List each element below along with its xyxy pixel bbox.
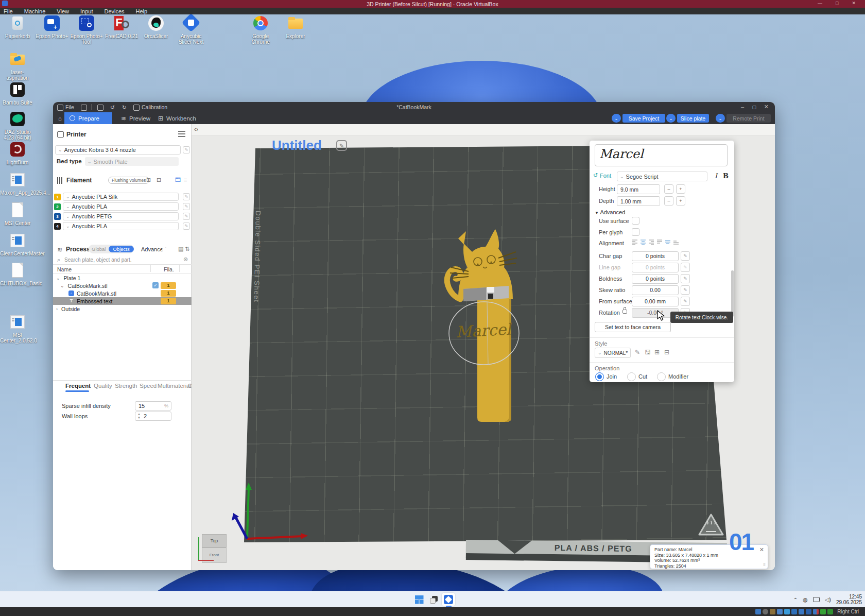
vbox-maximize-button[interactable]: □ (836, 1, 838, 6)
filament-row-4[interactable]: 4 ⌄Anycubic PLA ✎ (53, 222, 192, 230)
height-minus-button[interactable]: – (664, 184, 673, 194)
save-project-button[interactable]: Save Project (622, 114, 665, 123)
depth-minus-button[interactable]: – (664, 196, 673, 206)
remote-print-button[interactable]: Remote Print (726, 114, 771, 123)
from-surface-input[interactable]: 0.00 mm (632, 297, 679, 306)
style-edit-icon[interactable]: ✎ (635, 349, 640, 356)
printer-edit-icon[interactable]: ✎ (183, 146, 190, 153)
advanced-section-toggle[interactable]: ▼ Advanced (595, 209, 625, 215)
desktop-icon-freecad[interactable]: F FreeCAD 0.21 (104, 14, 139, 39)
filament-sync-icon[interactable]: 🗔 (175, 177, 181, 183)
tab-workbench[interactable]: ⊞Workbench (153, 112, 201, 124)
font-reset-icon[interactable]: ↺ (593, 172, 598, 179)
align-right-icon[interactable] (648, 239, 654, 245)
tree-row-object[interactable]: ⌄CatBookMark.stl ✓ 1 (53, 282, 192, 289)
tab-quality[interactable]: Quality (94, 383, 112, 389)
desktop-icon-orcaslicer[interactable]: OrcaSlicer (139, 14, 174, 39)
desktop-icon-chitubox[interactable]: CHITUBOX_Basic (0, 262, 35, 286)
nav-cube[interactable]: Top Front (200, 534, 228, 566)
window-minimize-button[interactable]: – (741, 104, 744, 110)
start-button[interactable] (412, 593, 426, 606)
filament-1-edit-icon[interactable]: ✎ (183, 193, 190, 200)
face-camera-button[interactable]: Set text to face camera (595, 322, 671, 332)
align-top-icon[interactable] (656, 239, 663, 245)
param-sort-icon[interactable]: ⇅ (185, 246, 189, 252)
desktop-icon-msi-center[interactable]: MSI Center (0, 201, 35, 226)
param-table-icon[interactable]: ▤ (178, 246, 183, 252)
align-middle-icon[interactable] (665, 239, 671, 245)
tray-expand-icon[interactable]: ⌃ (793, 597, 798, 603)
tab-strength[interactable]: Strength (115, 383, 137, 389)
vbox-menu-item[interactable]: Devices (104, 8, 129, 14)
vbox-menu-item[interactable]: File (4, 8, 18, 14)
save-project-dropdown[interactable]: ⌄ (612, 114, 621, 123)
filament-row-1[interactable]: 1 ⌄Anycubic PLA Silk ✎ (53, 193, 192, 201)
tab-frequent[interactable]: Frequent (65, 383, 91, 389)
char-gap-input[interactable]: 0 points (632, 251, 679, 261)
window-maximize-button[interactable]: ▢ (752, 105, 756, 110)
tab-preview[interactable]: ≋Preview (116, 112, 155, 124)
use-surface-checkbox[interactable] (632, 217, 639, 225)
filament-4-edit-icon[interactable]: ✎ (183, 223, 190, 230)
wall-loops-stepper[interactable]: ▲▼2 (135, 412, 171, 421)
network-icon[interactable]: ◍ (803, 596, 808, 603)
desktop-icon-lightburn[interactable]: LightBurn (0, 141, 35, 165)
desktop-icon-epson-photo-tool[interactable]: Epson Photo+ Tool (69, 14, 104, 45)
boldness-edit-icon[interactable]: ✎ (681, 274, 690, 283)
slice-plate-button[interactable]: Slice plate (677, 114, 709, 123)
height-plus-button[interactable]: + (676, 184, 685, 194)
depth-input[interactable]: 1.00 mm (617, 196, 660, 206)
height-input[interactable]: 9.0 mm (617, 184, 660, 194)
printer-settings-icon[interactable] (178, 131, 185, 137)
filament-row-3[interactable]: 3 ⌄Anycubic PETG ✎ (53, 212, 192, 220)
desktop-icon-recycle-bin[interactable]: Papierkorb (0, 14, 35, 39)
tab-prepare[interactable]: Prepare (64, 112, 112, 124)
search-clear-icon[interactable]: ⊗ (183, 256, 188, 263)
filament-2-edit-icon[interactable]: ✎ (183, 203, 190, 210)
vbox-close-button[interactable]: ✕ (852, 1, 856, 6)
desktop-icon-msi-center-2[interactable]: MSI Center_2.0.52.0 (0, 313, 35, 344)
info-close-icon[interactable]: ✕ (759, 547, 764, 553)
bold-button[interactable]: B (723, 172, 729, 180)
desktop-icon-chrome[interactable]: Google Chrome (243, 14, 278, 45)
fila-chip[interactable]: 1 (161, 290, 176, 297)
remote-print-dropdown[interactable]: ⌄ (716, 114, 725, 123)
tree-row-plate[interactable]: ⌄Plate 1 (53, 274, 192, 282)
vbox-menu-item[interactable]: Input (80, 8, 98, 14)
operation-cut-radio[interactable] (627, 372, 636, 381)
align-center-icon[interactable] (640, 239, 646, 245)
style-remove-icon[interactable]: ⊟ (664, 349, 669, 356)
clock[interactable]: 12:45 29.06.2025 (836, 594, 862, 605)
search-input[interactable]: Search plate, object and part. (64, 257, 132, 263)
vbox-minimize-button[interactable]: — (818, 1, 822, 6)
line-gap-input[interactable]: 0 points (632, 263, 679, 272)
tree-row-outside[interactable]: ›Outside (53, 305, 192, 313)
style-save-icon[interactable]: 🖫 (645, 349, 651, 356)
desktop-icon-epson-photo[interactable]: + Epson Photo+ (34, 14, 70, 39)
printer-select[interactable]: ⌄Anycubic Kobra 3 0.4 nozzle (55, 145, 181, 155)
depth-plus-button[interactable]: + (676, 196, 685, 206)
filament-row-2[interactable]: 2 ⌄Anycubic PLA ✎ (53, 202, 192, 211)
rotation-lock-icon[interactable] (622, 310, 627, 314)
taskbar-desktops-icon[interactable] (427, 593, 441, 606)
filament-settings-icon[interactable]: ≡ (184, 177, 187, 183)
panel-scrollbar[interactable] (731, 270, 734, 317)
plate-name-edit-icon[interactable]: ✎ (336, 140, 347, 151)
align-bottom-icon[interactable] (673, 239, 679, 245)
tab-speed[interactable]: Speed (140, 383, 157, 389)
tab-multimaterial[interactable]: Multimaterial (158, 383, 191, 389)
flushing-volumes-button[interactable]: Flushing volumes (108, 177, 149, 184)
add-filament-icon[interactable]: ⊞ (146, 177, 151, 183)
desktop-icon-maxon-app[interactable]: Maxon_App_2025.4... (0, 171, 35, 196)
slice-plate-dropdown[interactable]: ⌄ (666, 114, 676, 123)
taskbar-slicer-app-icon[interactable] (442, 593, 455, 606)
vbox-menu-item[interactable]: Machine (24, 8, 51, 14)
italic-button[interactable]: I (715, 172, 717, 180)
bed-type-select[interactable]: ⌄Smooth Plate (85, 157, 179, 166)
operation-modifier-radio[interactable] (657, 372, 666, 381)
remove-filament-icon[interactable]: ⊟ (157, 177, 161, 183)
volume-icon[interactable]: ◁) (825, 596, 831, 603)
fila-chip[interactable]: 1 (161, 282, 176, 289)
style-add-icon[interactable]: ⊞ (654, 349, 660, 356)
desktop-icon-daz-studio[interactable]: DAZ Studio 4.23 (64 bit) (0, 110, 35, 141)
